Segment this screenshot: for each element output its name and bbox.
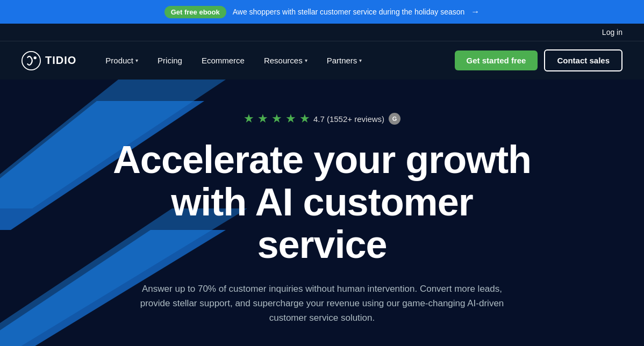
hero-section: ★ ★ ★ ★ ★ 4.7 (1552+ reviews) G Accelera… xyxy=(0,80,644,346)
star-3: ★ xyxy=(271,112,282,126)
stars-row: ★ ★ ★ ★ ★ 4.7 (1552+ reviews) G xyxy=(102,112,542,126)
svg-point-1 xyxy=(34,56,37,59)
product-chevron-icon: ▾ xyxy=(135,57,138,63)
capterra-icon: G xyxy=(389,113,400,125)
star-2: ★ xyxy=(257,112,268,126)
partners-chevron-icon: ▾ xyxy=(359,57,362,63)
star-4: ★ xyxy=(285,112,296,126)
top-banner: Get free ebook Awe shoppers with stellar… xyxy=(0,0,644,24)
header-top: Log in xyxy=(0,24,644,41)
nav-partners[interactable]: Partners ▾ xyxy=(319,52,370,69)
hero-title: Accelerate your growth with AI customer … xyxy=(102,139,542,266)
banner-arrow: → xyxy=(471,7,480,17)
tidio-logo-icon xyxy=(22,51,41,70)
nav-resources[interactable]: Resources ▾ xyxy=(256,52,315,69)
banner-text: Awe shoppers with stellar customer servi… xyxy=(233,8,465,16)
nav-links: Product ▾ Pricing Ecommerce Resources ▾ … xyxy=(98,52,454,69)
nav-contact-sales-button[interactable]: Contact sales xyxy=(544,49,622,71)
ebook-badge[interactable]: Get free ebook xyxy=(164,6,226,18)
hero-subtitle: Answer up to 70% of customer inquiries w… xyxy=(134,282,510,326)
star-1: ★ xyxy=(244,112,254,126)
nav-ecommerce[interactable]: Ecommerce xyxy=(194,52,252,69)
star-5: ★ xyxy=(299,112,310,126)
login-link[interactable]: Log in xyxy=(602,28,622,37)
logo-text: TIDIO xyxy=(45,54,76,67)
resources-chevron-icon: ▾ xyxy=(305,57,307,63)
svg-point-0 xyxy=(22,51,40,69)
nav-get-started-button[interactable]: Get started free xyxy=(455,51,538,70)
navbar: TIDIO Product ▾ Pricing Ecommerce Resour… xyxy=(0,41,644,80)
nav-pricing[interactable]: Pricing xyxy=(150,52,190,69)
logo-area[interactable]: TIDIO xyxy=(22,51,76,70)
rating-value: 4.7 (1552+ reviews) xyxy=(313,114,384,124)
nav-actions: Get started free Contact sales xyxy=(455,49,622,71)
hero-content: ★ ★ ★ ★ ★ 4.7 (1552+ reviews) G Accelera… xyxy=(102,112,542,346)
nav-product[interactable]: Product ▾ xyxy=(98,52,146,69)
